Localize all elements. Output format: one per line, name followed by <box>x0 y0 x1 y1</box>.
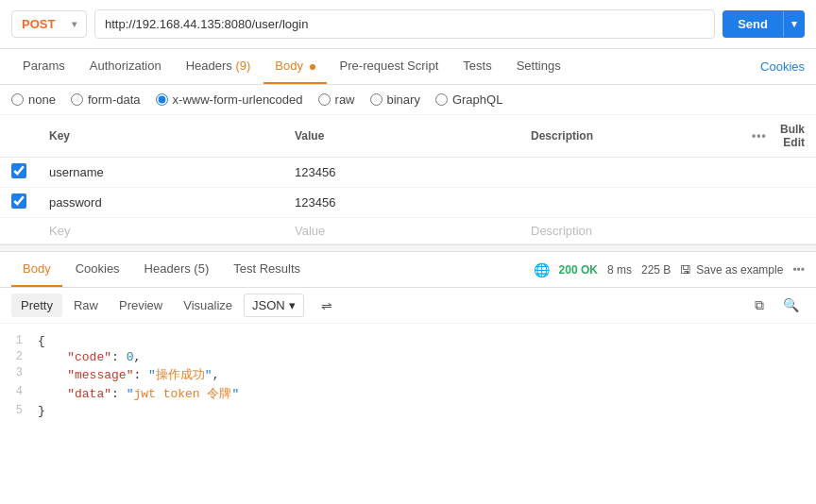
request-tabs: Params Authorization Headers (9) Body Pr… <box>0 49 816 85</box>
three-dots-icon: ••• <box>752 129 767 143</box>
json-format-select[interactable]: JSON ▾ <box>244 294 304 317</box>
url-input[interactable] <box>94 9 715 39</box>
format-tab-raw[interactable]: Raw <box>64 294 108 317</box>
code-line-1: 1 { <box>0 333 816 349</box>
radio-none[interactable]: none <box>11 92 56 107</box>
row-desc-username <box>519 158 740 188</box>
row-key-password: password <box>38 188 283 218</box>
method-chevron-icon: ▾ <box>72 19 76 29</box>
tab-pre-request-script[interactable]: Pre-request Script <box>329 49 450 84</box>
body-type-row: none form-data x-www-form-urlencoded raw… <box>0 85 816 115</box>
search-icon[interactable]: 🔍 <box>777 294 805 317</box>
save-example-label: Save as example <box>696 263 783 277</box>
col-key: Key <box>38 115 283 158</box>
row-key-username: username <box>38 158 283 188</box>
headers-badge: (9) <box>235 59 250 73</box>
format-right-actions: ⧉ 🔍 <box>749 294 805 317</box>
code-line-4: 4 "data": "jwt token 令牌" <box>0 384 816 403</box>
format-tab-preview[interactable]: Preview <box>110 294 172 317</box>
row-checkbox-password[interactable] <box>11 193 26 209</box>
format-tabs-row: Pretty Raw Preview Visualize JSON ▾ ⇌ ⧉ … <box>0 288 816 324</box>
table-row: username 123456 <box>0 158 816 188</box>
radio-form-data[interactable]: form-data <box>71 92 141 107</box>
method-label: POST <box>22 17 55 31</box>
col-value: Value <box>283 115 519 158</box>
response-size: 225 B <box>641 263 671 277</box>
code-line-5: 5 } <box>0 403 816 419</box>
radio-binary[interactable]: binary <box>370 92 420 107</box>
tab-tests[interactable]: Tests <box>451 49 502 84</box>
response-tab-body[interactable]: Body <box>11 252 62 287</box>
tab-authorization[interactable]: Authorization <box>78 49 173 84</box>
send-arrow-icon[interactable]: ▾ <box>783 11 805 37</box>
code-area: 1 { 2 "code": 0, 3 "message": "操作成功", 4 … <box>0 324 816 428</box>
status-badge: 200 OK <box>559 263 598 277</box>
tab-settings[interactable]: Settings <box>505 49 572 84</box>
json-format-label: JSON <box>252 298 285 312</box>
format-tab-pretty[interactable]: Pretty <box>11 294 62 317</box>
method-select[interactable]: POST ▾ <box>11 10 87 38</box>
json-chevron-icon: ▾ <box>289 298 296 312</box>
placeholder-value: Value <box>283 218 519 244</box>
save-example-btn[interactable]: 🖫 Save as example <box>680 263 783 277</box>
radio-raw[interactable]: raw <box>318 92 355 107</box>
body-active-dot <box>310 64 315 70</box>
filter-icon[interactable]: ⇌ <box>314 294 340 317</box>
response-tabs: Body Cookies Headers (5) Test Results 🌐 … <box>0 252 816 288</box>
tab-body[interactable]: Body <box>264 49 326 84</box>
code-line-2: 2 "code": 0, <box>0 349 816 365</box>
params-table: Key Value Description ••• Bulk Edit user… <box>0 115 816 244</box>
response-more-icon[interactable]: ••• <box>792 263 805 277</box>
response-tab-test-results[interactable]: Test Results <box>222 252 312 287</box>
row-value-username: 123456 <box>283 158 519 188</box>
radio-graphql[interactable]: GraphQL <box>435 92 502 107</box>
globe-icon: 🌐 <box>534 262 550 277</box>
tab-headers[interactable]: Headers (9) <box>175 49 263 84</box>
table-placeholder-row: Key Value Description <box>0 218 816 244</box>
row-checkbox-username[interactable] <box>11 163 26 178</box>
radio-x-www-form-urlencoded[interactable]: x-www-form-urlencoded <box>156 92 303 107</box>
tab-params[interactable]: Params <box>11 49 76 84</box>
save-icon: 🖫 <box>680 263 691 277</box>
row-desc-password <box>519 188 740 218</box>
bulk-edit-btn[interactable]: ••• Bulk Edit <box>752 123 805 149</box>
response-tab-cookies[interactable]: Cookies <box>64 252 131 287</box>
response-tab-headers[interactable]: Headers (5) <box>133 252 221 287</box>
response-meta: 🌐 200 OK 8 ms 225 B 🖫 Save as example ••… <box>534 262 805 277</box>
format-tab-visualize[interactable]: Visualize <box>174 294 242 317</box>
table-row: password 123456 <box>0 188 816 218</box>
response-headers-badge: (5) <box>194 261 209 276</box>
section-divider <box>0 244 816 252</box>
cookies-link[interactable]: Cookies <box>760 59 805 74</box>
code-line-3: 3 "message": "操作成功", <box>0 365 816 384</box>
copy-icon[interactable]: ⧉ <box>749 294 770 317</box>
col-description: Description <box>519 115 740 158</box>
response-time: 8 ms <box>607 263 632 277</box>
url-bar: POST ▾ Send ▾ <box>0 0 816 49</box>
placeholder-description: Description <box>519 218 740 244</box>
placeholder-key: Key <box>38 218 283 244</box>
row-value-password: 123456 <box>283 188 519 218</box>
send-label: Send <box>722 10 783 38</box>
col-actions: ••• Bulk Edit <box>740 115 816 158</box>
send-button[interactable]: Send ▾ <box>722 10 805 38</box>
